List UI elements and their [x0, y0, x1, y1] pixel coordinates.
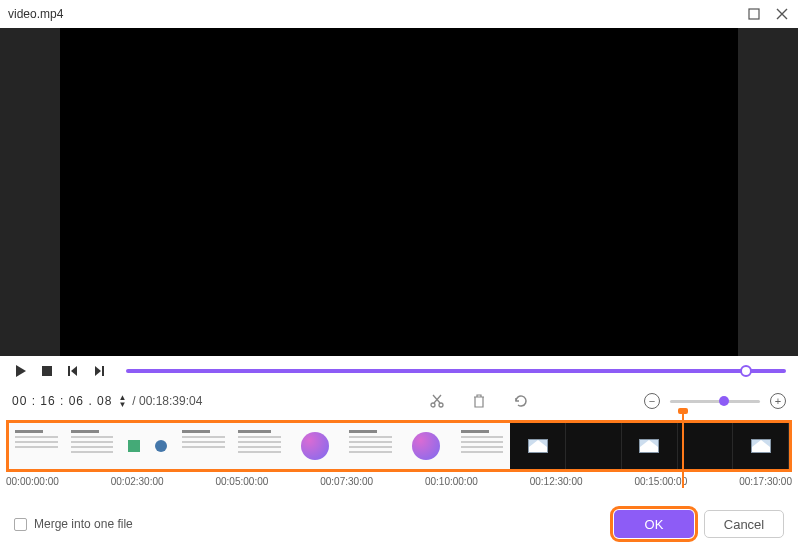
timeline-thumb[interactable] [678, 423, 734, 469]
svg-rect-1 [42, 366, 52, 376]
footer: Merge into one file OK Cancel [0, 498, 798, 550]
timeline-playhead[interactable] [682, 412, 684, 488]
ruler-tick: 00:00:00:00 [6, 476, 59, 487]
timeline-ruler: 00:00:00:00 00:02:30:00 00:05:00:00 00:0… [0, 472, 798, 487]
svg-point-2 [431, 403, 435, 407]
ruler-tick: 00:17:30:00 [739, 476, 792, 487]
window-controls [746, 6, 790, 22]
maximize-icon[interactable] [746, 6, 762, 22]
stepper-down-icon[interactable]: ▼ [118, 401, 126, 408]
ruler-tick: 00:15:00:00 [634, 476, 687, 487]
ruler-tick: 00:05:00:00 [215, 476, 268, 487]
cancel-button[interactable]: Cancel [704, 510, 784, 538]
ruler-tick: 00:12:30:00 [530, 476, 583, 487]
timeline[interactable]: Segment 1 [0, 416, 798, 472]
ok-button[interactable]: OK [614, 510, 694, 538]
video-preview [0, 28, 798, 356]
timeline-strip[interactable]: Segment 1 [6, 420, 792, 472]
seek-handle[interactable] [740, 365, 752, 377]
zoom-controls: − + [644, 393, 786, 409]
timeline-thumb[interactable] [9, 423, 65, 469]
timeline-thumb[interactable] [455, 423, 511, 469]
timeline-thumb[interactable] [343, 423, 399, 469]
timeline-thumb[interactable] [65, 423, 121, 469]
ruler-tick: 00:02:30:00 [111, 476, 164, 487]
delete-icon[interactable] [470, 392, 488, 410]
timeline-thumb[interactable] [232, 423, 288, 469]
timeline-thumb[interactable] [733, 423, 789, 469]
video-frame[interactable] [60, 28, 738, 356]
seek-bar[interactable] [126, 369, 786, 373]
svg-point-5 [155, 440, 167, 452]
timeline-thumb[interactable] [176, 423, 232, 469]
playback-controls [0, 356, 798, 386]
play-icon[interactable] [12, 362, 30, 380]
zoom-in-icon[interactable]: + [770, 393, 786, 409]
timeline-thumb[interactable] [566, 423, 622, 469]
merge-label: Merge into one file [34, 517, 133, 531]
window-title: video.mp4 [8, 7, 63, 21]
timeline-thumb[interactable] [510, 423, 566, 469]
zoom-handle[interactable] [719, 396, 729, 406]
title-bar: video.mp4 [0, 0, 798, 28]
total-duration: / 00:18:39:04 [132, 394, 202, 408]
merge-checkbox[interactable] [14, 518, 27, 531]
timeline-thumb[interactable] [399, 423, 455, 469]
ruler-tick: 00:07:30:00 [320, 476, 373, 487]
next-frame-icon[interactable] [90, 362, 108, 380]
zoom-out-icon[interactable]: − [644, 393, 660, 409]
stop-icon[interactable] [38, 362, 56, 380]
timeline-thumb[interactable] [120, 423, 176, 469]
ruler-tick: 00:10:00:00 [425, 476, 478, 487]
svg-rect-0 [749, 9, 759, 19]
timeline-thumb[interactable] [288, 423, 344, 469]
time-stepper[interactable]: ▲ ▼ [118, 394, 126, 408]
timeline-thumb[interactable] [622, 423, 678, 469]
svg-point-3 [439, 403, 443, 407]
svg-rect-4 [128, 440, 140, 452]
cut-icon[interactable] [428, 392, 446, 410]
close-icon[interactable] [774, 6, 790, 22]
zoom-slider[interactable] [670, 400, 760, 403]
prev-frame-icon[interactable] [64, 362, 82, 380]
undo-icon[interactable] [512, 392, 530, 410]
current-time-input[interactable]: 00 : 16 : 06 . 08 [12, 394, 112, 408]
